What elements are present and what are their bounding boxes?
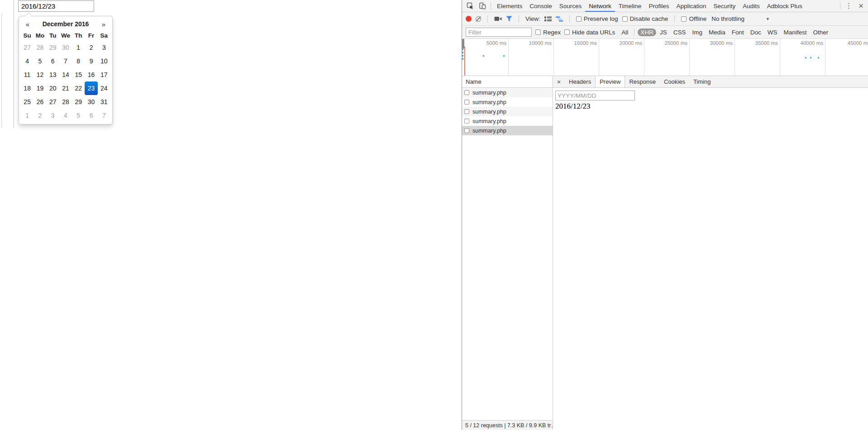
day-4[interactable]: 4 xyxy=(21,54,33,68)
name-column-header[interactable]: Name xyxy=(462,76,553,88)
details-tab-response[interactable]: Response xyxy=(625,76,660,87)
request-row[interactable]: summary.php xyxy=(462,116,553,126)
disable-cache-toggle[interactable]: Disable cache xyxy=(622,15,668,22)
filter-type-xhr[interactable]: XHR xyxy=(638,29,656,36)
tab-timeline[interactable]: Timeline xyxy=(615,0,645,12)
tab-profiles[interactable]: Profiles xyxy=(645,0,672,12)
day-12[interactable]: 12 xyxy=(33,68,46,81)
day-24[interactable]: 24 xyxy=(98,81,110,95)
filter-type-doc[interactable]: Doc xyxy=(748,29,764,36)
tab-audits[interactable]: Audits xyxy=(739,0,763,12)
day-14[interactable]: 14 xyxy=(59,68,72,81)
request-row[interactable]: summary.php xyxy=(462,126,553,135)
day-2-adjacent[interactable]: 2 xyxy=(33,109,46,122)
day-7-adjacent[interactable]: 7 xyxy=(98,109,110,122)
tab-console[interactable]: Console xyxy=(526,0,556,12)
day-27-adjacent[interactable]: 27 xyxy=(21,41,33,54)
disable-cache-checkbox[interactable] xyxy=(622,16,628,22)
day-3-adjacent[interactable]: 3 xyxy=(47,109,59,122)
day-25[interactable]: 25 xyxy=(21,95,33,109)
row-checkbox[interactable] xyxy=(464,109,469,114)
filter-type-js[interactable]: JS xyxy=(657,29,670,36)
large-request-rows-icon[interactable] xyxy=(544,16,552,22)
timeline-overview[interactable]: 5000 ms10000 ms15000 ms20000 ms25000 ms3… xyxy=(462,39,868,76)
day-30-adjacent[interactable]: 30 xyxy=(59,41,72,54)
row-checkbox[interactable] xyxy=(464,119,469,124)
filter-type-img[interactable]: Img xyxy=(689,29,705,36)
throttling-select[interactable]: No throttling xyxy=(711,15,744,22)
filter-type-ws[interactable]: WS xyxy=(765,29,780,36)
datepicker-title[interactable]: December 2016 xyxy=(34,20,97,28)
tab-network[interactable]: Network xyxy=(585,0,615,12)
device-toolbar-icon[interactable] xyxy=(476,0,488,12)
regex-checkbox[interactable] xyxy=(535,29,541,35)
filter-type-font[interactable]: Font xyxy=(729,29,747,36)
day-28-adjacent[interactable]: 28 xyxy=(33,41,46,54)
devtools-menu-icon[interactable]: ⋮ xyxy=(843,2,855,10)
filter-type-other[interactable]: Other xyxy=(811,29,831,36)
hide-data-urls-toggle[interactable]: Hide data URLs xyxy=(564,29,615,36)
offline-toggle[interactable]: Offline xyxy=(681,15,706,22)
day-21[interactable]: 21 xyxy=(59,81,72,95)
day-1[interactable]: 1 xyxy=(72,41,85,54)
day-3[interactable]: 3 xyxy=(98,41,110,54)
filter-type-manifest[interactable]: Manifest xyxy=(781,29,809,36)
record-button[interactable] xyxy=(466,16,472,22)
day-16[interactable]: 16 xyxy=(85,68,97,81)
day-1-adjacent[interactable]: 1 xyxy=(21,109,33,122)
offline-checkbox[interactable] xyxy=(681,16,687,22)
day-30[interactable]: 30 xyxy=(85,95,97,109)
day-20[interactable]: 20 xyxy=(47,81,59,95)
filter-type-css[interactable]: CSS xyxy=(671,29,689,36)
day-26[interactable]: 26 xyxy=(33,95,46,109)
filter-type-all[interactable]: All xyxy=(619,29,631,36)
day-27[interactable]: 27 xyxy=(47,95,59,109)
datepicker-prev-button[interactable]: « xyxy=(21,20,34,28)
day-31[interactable]: 31 xyxy=(98,95,110,109)
hide-data-urls-checkbox[interactable] xyxy=(564,29,570,35)
day-15[interactable]: 15 xyxy=(72,68,85,81)
tab-adblock-plus[interactable]: Adblock Plus xyxy=(763,0,806,12)
day-28[interactable]: 28 xyxy=(59,95,72,109)
preserve-log-toggle[interactable]: Preserve log xyxy=(576,15,618,22)
day-17[interactable]: 17 xyxy=(98,68,110,81)
row-checkbox[interactable] xyxy=(464,128,469,133)
tab-elements[interactable]: Elements xyxy=(493,0,526,12)
request-row[interactable]: summary.php xyxy=(462,88,553,97)
details-tab-headers[interactable]: Headers xyxy=(565,76,595,87)
day-7[interactable]: 7 xyxy=(59,54,72,68)
regex-toggle[interactable]: Regex xyxy=(535,29,561,36)
day-29-adjacent[interactable]: 29 xyxy=(47,41,59,54)
details-tab-preview[interactable]: Preview xyxy=(595,76,625,87)
tab-security[interactable]: Security xyxy=(710,0,739,12)
day-6-adjacent[interactable]: 6 xyxy=(85,109,97,122)
request-row[interactable]: summary.php xyxy=(462,97,553,107)
day-5-adjacent[interactable]: 5 xyxy=(72,109,85,122)
day-19[interactable]: 19 xyxy=(33,81,46,95)
day-5[interactable]: 5 xyxy=(33,54,46,68)
day-2[interactable]: 2 xyxy=(85,41,97,54)
clear-icon[interactable] xyxy=(476,16,481,22)
day-10[interactable]: 10 xyxy=(98,54,110,68)
date-input[interactable] xyxy=(18,0,94,12)
details-tab-timing[interactable]: Timing xyxy=(689,76,715,87)
day-18[interactable]: 18 xyxy=(21,81,33,95)
row-checkbox[interactable] xyxy=(464,100,469,105)
day-11[interactable]: 11 xyxy=(21,68,33,81)
filter-funnel-icon[interactable] xyxy=(506,16,512,22)
filter-type-media[interactable]: Media xyxy=(706,29,728,36)
day-29[interactable]: 29 xyxy=(72,95,85,109)
devtools-close-icon[interactable]: × xyxy=(855,1,867,11)
day-9[interactable]: 9 xyxy=(85,54,97,68)
close-details-icon[interactable]: × xyxy=(553,76,565,87)
day-22[interactable]: 22 xyxy=(72,81,85,95)
capture-screenshots-camera-icon[interactable] xyxy=(494,16,502,22)
preserve-log-checkbox[interactable] xyxy=(576,16,582,22)
day-8[interactable]: 8 xyxy=(72,54,85,68)
row-checkbox[interactable] xyxy=(464,90,469,95)
filter-input[interactable] xyxy=(466,28,532,37)
details-tab-cookies[interactable]: Cookies xyxy=(660,76,689,87)
day-6[interactable]: 6 xyxy=(47,54,59,68)
day-13[interactable]: 13 xyxy=(47,68,59,81)
day-4-adjacent[interactable]: 4 xyxy=(59,109,72,122)
